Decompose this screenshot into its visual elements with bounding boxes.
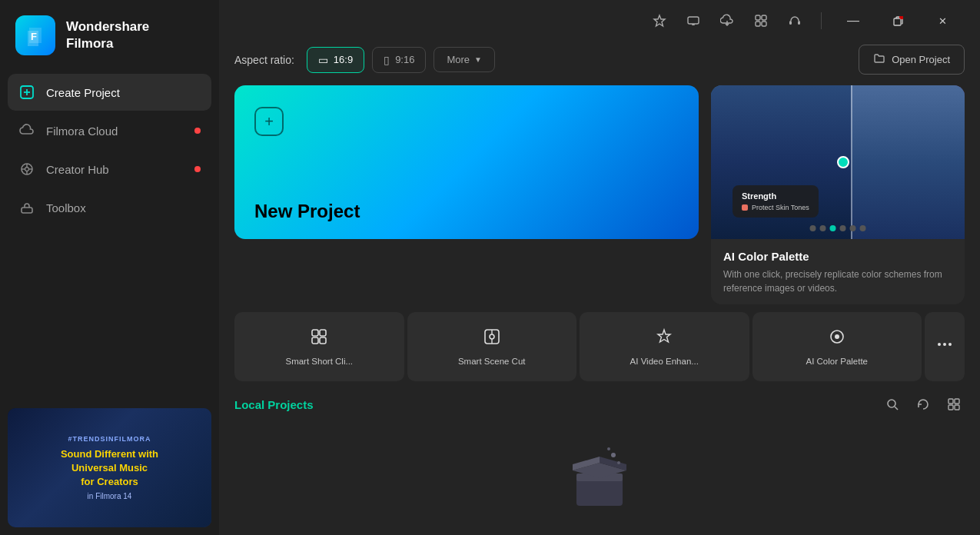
svg-point-5 <box>25 168 29 171</box>
sidebar-item-filmora-cloud[interactable]: Filmora Cloud <box>8 112 211 149</box>
top-bar: — ✕ <box>219 0 980 32</box>
main-content: — ✕ Aspect ratio: ▭ 16:9 ▯ 9:16 More ▼ <box>219 0 980 535</box>
creator-hub-notification-dot <box>194 166 201 172</box>
new-project-title: New Project <box>254 201 360 222</box>
palette-overlay-title: Strength <box>742 191 809 201</box>
feature-card-more[interactable] <box>925 312 965 381</box>
ai-video-enhance-label: AI Video Enhan... <box>630 357 699 366</box>
toolbar-separator <box>821 12 822 29</box>
refresh-projects-button[interactable] <box>912 394 934 415</box>
svg-point-32 <box>835 334 839 339</box>
more-features-icon <box>935 335 954 358</box>
svg-rect-24 <box>320 330 326 336</box>
svg-rect-20 <box>798 21 800 25</box>
smart-scene-cut-icon <box>483 327 501 351</box>
more-aspect-ratio-button[interactable]: More ▼ <box>434 47 495 72</box>
svg-rect-38 <box>948 399 953 404</box>
add-project-icon: + <box>254 107 284 136</box>
view-toggle-button[interactable] <box>943 394 965 415</box>
svg-rect-41 <box>955 405 959 410</box>
svg-rect-15 <box>756 15 760 20</box>
svg-line-37 <box>895 407 898 410</box>
feature-cards-row: Smart Short Cli... Smart Scene Cut AI Vi… <box>219 304 980 381</box>
svg-rect-39 <box>955 399 959 404</box>
svg-rect-26 <box>320 337 326 344</box>
dot-3 <box>830 225 836 231</box>
svg-point-44 <box>611 453 616 457</box>
open-project-label: Open Project <box>892 54 950 65</box>
empty-projects-area <box>234 426 965 526</box>
sidebar-item-creator-hub[interactable]: Creator Hub <box>8 151 211 188</box>
palette-overlay-card: Strength Protect Skin Tones <box>733 185 819 218</box>
grid-toolbar-icon[interactable] <box>750 10 772 32</box>
aspect-ratio-9-16-label: 9:16 <box>395 54 414 65</box>
feature-card-ai-color-palette[interactable]: AI Color Palette <box>752 312 922 381</box>
minimize-button[interactable]: — <box>837 9 869 32</box>
restore-button[interactable] <box>882 9 914 32</box>
ai-color-palette-icon <box>828 327 846 351</box>
aspect-ratio-9-16[interactable]: ▯ 9:16 <box>372 47 426 73</box>
feature-card-smart-short-clip[interactable]: Smart Short Cli... <box>234 312 404 381</box>
screen-toolbar-icon[interactable] <box>683 10 704 32</box>
svg-point-33 <box>938 343 941 346</box>
logo-area: F Wondershare Filmora <box>0 0 219 74</box>
cloud-toolbar-icon[interactable] <box>716 10 738 32</box>
cloud-nav-icon <box>18 122 35 139</box>
aspect-ratio-16-9-label: 16:9 <box>334 54 353 65</box>
dot-2 <box>820 225 826 231</box>
split-line <box>851 85 852 239</box>
portrait-icon: ▯ <box>384 54 390 66</box>
banner-subtitle: in Filmora 14 <box>88 492 132 500</box>
create-project-icon <box>18 84 35 101</box>
more-label: More <box>447 54 470 65</box>
svg-rect-17 <box>756 22 760 26</box>
feature-card-smart-scene-cut[interactable]: Smart Scene Cut <box>407 312 577 381</box>
poc-dot-red <box>742 204 748 211</box>
ai-video-enhance-icon <box>655 327 673 351</box>
svg-rect-19 <box>789 21 792 25</box>
close-button[interactable]: ✕ <box>926 9 958 32</box>
app-logo-icon: F <box>15 15 55 55</box>
sidebar: F Wondershare Filmora Create Project <box>0 0 219 535</box>
svg-point-36 <box>888 400 895 407</box>
svg-point-28 <box>490 334 494 339</box>
open-project-button[interactable]: Open Project <box>859 45 965 75</box>
svg-rect-23 <box>312 330 318 336</box>
sidebar-item-toolbox[interactable]: Toolbox <box>8 189 211 226</box>
dot-5 <box>850 225 856 231</box>
search-projects-button[interactable] <box>882 394 903 415</box>
aspect-ratio-16-9[interactable]: ▭ 16:9 <box>307 47 364 73</box>
svg-point-34 <box>943 343 946 346</box>
ai-palette-photo: Strength Protect Skin Tones <box>711 85 965 239</box>
svg-rect-40 <box>948 405 953 410</box>
aspect-ratio-bar: Aspect ratio: ▭ 16:9 ▯ 9:16 More ▼ Open … <box>219 32 980 85</box>
sidebar-label-toolbox: Toolbox <box>46 201 86 214</box>
palette-overlay-row: Protect Skin Tones <box>742 204 809 211</box>
sidebar-label-filmora-cloud: Filmora Cloud <box>46 125 118 138</box>
ai-toolbar-icon[interactable] <box>649 10 670 32</box>
toolbox-icon <box>18 199 35 216</box>
nav-items: Create Project Filmora Cloud <box>0 74 219 400</box>
svg-point-46 <box>607 447 610 450</box>
local-projects-header: Local Projects <box>234 394 965 415</box>
ai-palette-title: AI Color Palette <box>723 250 952 263</box>
empty-box-illustration <box>561 441 638 510</box>
feature-card-ai-video-enhance[interactable]: AI Video Enhan... <box>580 312 749 381</box>
local-projects-section: Local Projects <box>219 381 980 535</box>
svg-point-35 <box>948 343 952 346</box>
headset-toolbar-icon[interactable] <box>784 10 806 32</box>
new-project-card[interactable]: + New Project <box>234 85 699 239</box>
sidebar-banner[interactable]: #TrendsInFilmora Sound Different with Un… <box>8 408 211 527</box>
local-projects-actions <box>882 394 965 415</box>
creator-hub-icon <box>18 161 35 178</box>
dot-4 <box>840 225 846 231</box>
dot-6 <box>860 225 866 231</box>
local-projects-title: Local Projects <box>234 398 314 411</box>
ai-palette-card[interactable]: Strength Protect Skin Tones New <box>711 85 965 304</box>
svg-rect-25 <box>312 337 318 344</box>
ai-palette-description: With one click, precisely replicate colo… <box>723 268 952 295</box>
svg-rect-18 <box>762 22 766 26</box>
sidebar-item-create-project[interactable]: Create Project <box>8 74 211 111</box>
palette-dots <box>810 225 866 231</box>
smart-short-clip-icon <box>310 327 328 351</box>
